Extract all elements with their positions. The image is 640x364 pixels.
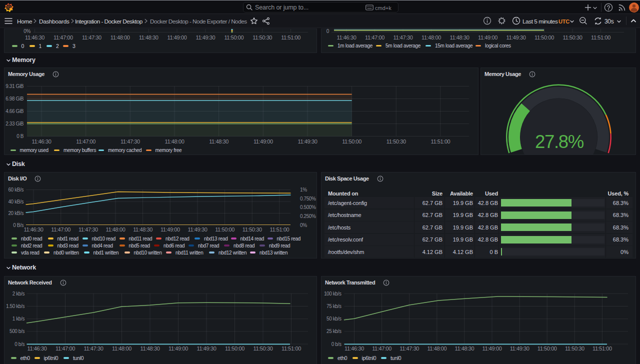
svg-text:11:51:00: 11:51:00 <box>431 138 450 144</box>
svg-text:11:50:00: 11:50:00 <box>534 34 554 40</box>
svg-text:11:50:30: 11:50:30 <box>252 34 272 40</box>
svg-text:11:48:00: 11:48:00 <box>422 34 441 40</box>
svg-text:0.500%: 0.500% <box>300 204 316 210</box>
svg-text:11:47:00: 11:47:00 <box>372 346 392 352</box>
svg-text:25 kb/s: 25 kb/s <box>326 328 342 334</box>
svg-text:9.31 GiB: 9.31 GiB <box>6 84 24 89</box>
svg-text:11:49:30: 11:49:30 <box>298 138 318 144</box>
svg-text:11:47:30: 11:47:30 <box>78 226 98 232</box>
svg-text:11:51:00: 11:51:00 <box>270 226 290 232</box>
svg-text:4.66 GiB: 4.66 GiB <box>6 108 24 114</box>
svg-text:0 b/s: 0 b/s <box>14 342 24 347</box>
svg-text:11:46:30: 11:46:30 <box>25 34 44 40</box>
svg-text:100 kb/s: 100 kb/s <box>324 291 342 296</box>
svg-text:75 kb/s: 75 kb/s <box>326 304 342 309</box>
svg-text:11:49:00: 11:49:00 <box>168 346 188 352</box>
svg-text:11:50:30: 11:50:30 <box>563 34 582 40</box>
svg-text:11:49:30: 11:49:30 <box>188 226 208 232</box>
svg-text:11:50:00: 11:50:00 <box>215 226 234 232</box>
svg-text:11:50:30: 11:50:30 <box>565 346 584 352</box>
svg-text:11:47:30: 11:47:30 <box>82 34 102 40</box>
svg-text:0.750%: 0.750% <box>300 196 316 202</box>
svg-text:11:48:30: 11:48:30 <box>133 226 152 232</box>
svg-text:1.50 kb/s: 1.50 kb/s <box>6 304 24 309</box>
svg-text:11:47:00: 11:47:00 <box>56 346 75 352</box>
svg-text:11:48:00: 11:48:00 <box>165 138 184 144</box>
svg-text:11:48:00: 11:48:00 <box>112 346 132 352</box>
svg-text:0 b/s: 0 b/s <box>332 342 342 347</box>
svg-text:2 kb/s: 2 kb/s <box>12 291 25 296</box>
svg-text:11:49:00: 11:49:00 <box>254 138 273 144</box>
svg-text:11:47:30: 11:47:30 <box>84 346 104 352</box>
svg-text:11:48:30: 11:48:30 <box>209 138 228 144</box>
svg-text:50 kb/s: 50 kb/s <box>326 316 342 322</box>
svg-text:11:49:00: 11:49:00 <box>478 34 498 40</box>
svg-text:11:49:00: 11:49:00 <box>482 346 502 352</box>
svg-text:11:48:00: 11:48:00 <box>427 346 446 352</box>
svg-text:40 kB/s: 40 kB/s <box>8 199 24 204</box>
svg-text:11:50:00: 11:50:00 <box>225 346 244 352</box>
svg-text:60 kB/s: 60 kB/s <box>8 187 24 192</box>
svg-text:1 kb/s: 1 kb/s <box>12 316 25 322</box>
svg-text:27.8%: 27.8% <box>535 132 584 152</box>
svg-text:11:48:30: 11:48:30 <box>140 346 160 352</box>
svg-text:11:47:00: 11:47:00 <box>76 138 96 144</box>
svg-text:11:49:30: 11:49:30 <box>510 346 530 352</box>
svg-text:11:49:30: 11:49:30 <box>506 34 526 40</box>
svg-text:11:48:00: 11:48:00 <box>106 226 126 232</box>
svg-text:11:47:00: 11:47:00 <box>365 34 384 40</box>
svg-text:11:51:00: 11:51:00 <box>592 346 612 352</box>
svg-text:11:47:00: 11:47:00 <box>54 34 73 40</box>
svg-text:11:46:30: 11:46:30 <box>28 346 47 352</box>
svg-text:11:49:00: 11:49:00 <box>168 34 187 40</box>
svg-text:11:47:30: 11:47:30 <box>400 346 419 352</box>
svg-text:11:50:00: 11:50:00 <box>538 346 557 352</box>
svg-text:11:48:30: 11:48:30 <box>454 346 474 352</box>
svg-text:11:49:30: 11:49:30 <box>196 34 215 40</box>
svg-text:11:50:30: 11:50:30 <box>254 346 273 352</box>
svg-text:11:50:00: 11:50:00 <box>342 138 362 144</box>
svg-text:11:47:30: 11:47:30 <box>120 138 140 144</box>
svg-text:11:48:30: 11:48:30 <box>139 34 158 40</box>
svg-text:11:50:30: 11:50:30 <box>386 138 406 144</box>
svg-text:0%: 0% <box>300 222 307 228</box>
svg-text:11:49:00: 11:49:00 <box>160 226 180 232</box>
svg-text:11:50:30: 11:50:30 <box>242 226 262 232</box>
svg-text:2.33 GiB: 2.33 GiB <box>6 121 24 126</box>
svg-text:11:48:30: 11:48:30 <box>450 34 470 40</box>
svg-text:11:51:00: 11:51:00 <box>591 34 610 40</box>
svg-text:11:46:30: 11:46:30 <box>24 226 44 232</box>
svg-text:20 kB/s: 20 kB/s <box>8 210 24 216</box>
svg-text:11:50:00: 11:50:00 <box>224 34 244 40</box>
svg-text:11:46:30: 11:46:30 <box>344 346 364 352</box>
svg-text:11:47:00: 11:47:00 <box>51 226 70 232</box>
svg-text:0: 0 <box>326 29 330 34</box>
svg-text:11:49:30: 11:49:30 <box>197 346 216 352</box>
svg-text:11:51:00: 11:51:00 <box>282 346 301 352</box>
svg-text:0 B: 0 B <box>16 134 24 139</box>
svg-text:500 b/s: 500 b/s <box>10 328 24 334</box>
svg-text:0.250%: 0.250% <box>300 214 316 219</box>
svg-text:11:46:30: 11:46:30 <box>32 138 52 144</box>
svg-text:11:46:30: 11:46:30 <box>337 34 356 40</box>
svg-text:11:48:00: 11:48:00 <box>110 34 130 40</box>
svg-text:11:51:00: 11:51:00 <box>281 34 300 40</box>
svg-text:0%: 0% <box>24 29 30 34</box>
svg-text:0 B/s: 0 B/s <box>13 222 24 228</box>
svg-text:6.98 GiB: 6.98 GiB <box>6 96 24 102</box>
svg-text:1%: 1% <box>300 187 307 192</box>
svg-text:11:47:30: 11:47:30 <box>394 34 413 40</box>
